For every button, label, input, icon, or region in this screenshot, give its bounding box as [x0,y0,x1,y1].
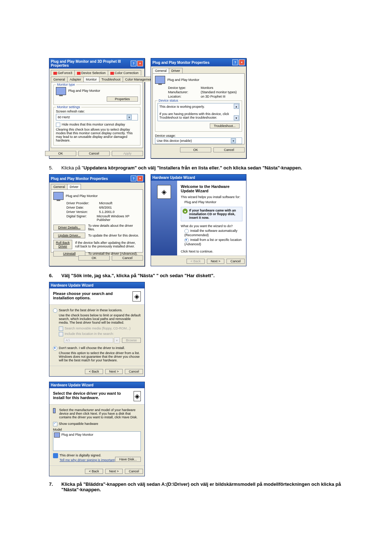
close-icon[interactable]: × [137,176,143,181]
driver-details-button[interactable]: Driver Details... [53,225,85,230]
titlebar: Plug and Play Monitor and 3D Prophet III… [49,58,144,69]
step-6-text: Välj "Sök inte, jag ska.", klicka på "Nä… [61,273,215,278]
cancel-button[interactable]: Cancel [125,469,143,474]
scroll-up-icon[interactable]: ▴ [234,104,239,109]
update-driver-button[interactable]: Update Driver... [53,233,85,238]
list-item: Plug and Play Monitor [54,432,140,438]
wizard-icon: ◈ [132,291,141,301]
titlebar: Hardware Update Wizard [151,175,246,181]
have-disk-button[interactable]: Have Disk... [115,457,141,462]
chk-location [59,332,63,336]
hide-modes-checkbox[interactable] [56,123,60,127]
rollback-driver-button[interactable]: Roll Back Driver [53,240,72,249]
monitor-icon [155,76,165,84]
refresh-label: Screen refresh rate: [56,110,138,113]
tab-device-selection[interactable]: Device Selection [74,70,108,75]
help-icon[interactable]: ? [232,59,238,65]
step-number: 5. [49,165,61,171]
wizard-welcome-title: Welcome to the Hardware Update Wizard [181,184,242,193]
radio-search[interactable] [53,308,57,313]
cancel-button[interactable]: Cancel [226,259,245,264]
tab-driver[interactable]: Driver [169,68,183,73]
tab-troubleshoot[interactable]: Troubleshoot [99,77,123,82]
step-7-text: Klicka på "Bläddra"-knappen och välj sed… [61,481,343,492]
monitor-name: Plug and Play Monitor [68,89,100,93]
step-number: 6. [49,273,61,278]
wizard-question: What do you want the wizard to do? [181,224,242,228]
cd-icon: ● [183,209,188,214]
monitor-driver-dialog: Plug and Play Monitor Properties ? × Gen… [49,174,145,266]
model-listbox[interactable]: Plug and Play Monitor [53,431,141,451]
show-compatible-checkbox[interactable]: ✓ [53,422,57,426]
wizard-helps-text: This wizard helps you install software f… [181,195,242,199]
update-driver-desc: To update the driver for this device. [88,234,139,237]
tab-driver[interactable]: Driver [67,184,81,189]
device-usage-label: Device usage: [155,134,242,138]
cd-note: ●If your hardware came with an installat… [181,207,242,221]
version-value: 5.1.2001.0 [99,210,115,214]
title-text: Hardware Update Wizard [152,176,195,180]
manufacturer-label: Manufacturer: [168,90,201,94]
driver-details-desc: To view details about the driver files. [88,224,140,231]
scroll-down-icon[interactable]: ▾ [234,115,239,120]
monitor-name: Plug and Play Monitor [66,194,98,198]
cancel-button[interactable]: Cancel [125,369,143,374]
signed-icon [53,453,58,458]
tab-monitor[interactable]: Monitor [83,77,99,82]
cancel-button[interactable]: Cancel [213,147,245,152]
help-icon[interactable]: ? [131,176,136,181]
tab-general[interactable]: General [51,77,68,82]
cancel-button[interactable]: Cancel [78,151,110,156]
monitor-icon [53,192,64,200]
opt-list: Install from a list or specific location… [184,238,242,246]
properties-button[interactable]: Properties [107,97,138,102]
signed-text: This driver is digitally signed. [60,454,101,457]
radio-dont-search[interactable] [53,346,57,350]
path-input: A:\ [64,338,113,343]
troubleshoot-button[interactable]: Troubleshoot... [210,123,240,128]
close-icon[interactable]: × [137,61,143,66]
tell-me-link[interactable]: Tell me why driver signing is important [60,458,115,462]
tab-geforce3[interactable]: GeForce3 [51,70,75,75]
chk-location-label: Include this location in the search: [65,332,114,336]
location-value: on 3D Prophet III [201,95,225,98]
ok-button[interactable]: OK [78,255,110,260]
next-button[interactable]: Next > [105,469,123,474]
signer-label: Digital Signer: [66,214,97,222]
back-button[interactable]: < Back [85,369,103,374]
radio-auto[interactable] [184,229,189,233]
device-usage-select[interactable]: Use this device (enable)▾ [155,138,242,144]
wizard-header: Select the device driver you want to ins… [53,391,134,400]
version-label: Driver Version: [66,210,99,214]
next-button[interactable]: Next > [207,259,224,264]
wizard-header: Please choose your search and installati… [53,291,132,300]
provider-value: Microsoft [99,201,113,205]
group-device-status: Device status [158,99,179,102]
back-button[interactable]: < Back [85,469,103,474]
cancel-button[interactable]: Cancel [112,255,143,260]
help-icon[interactable]: ? [131,61,136,66]
tab-color-correction[interactable]: Color Correction [108,70,141,75]
radio-list[interactable] [184,238,189,242]
back-button[interactable]: < Back [187,259,205,264]
wizard-icon: ◈ [157,185,171,199]
title-text: Plug and Play Monitor Properties [152,61,209,65]
next-button[interactable]: Next > [105,369,123,374]
close-icon[interactable]: × [239,59,245,65]
hide-modes-desc: Clearing this check box allows you to se… [56,128,138,142]
refresh-rate-select[interactable]: 60 Hertz▾ [56,114,138,120]
step-6: 6. Välj "Sök inte, jag ska.", klicka på … [49,273,343,278]
ok-button[interactable]: OK [45,151,76,156]
tab-adapter[interactable]: Adapter [67,77,84,82]
provider-label: Driver Provider: [66,201,99,205]
device-type-value: Monitors [201,86,213,90]
tab-general[interactable]: General [152,68,169,73]
hardware-update-wizard-select: Hardware Update Wizard Select the device… [49,382,145,476]
model-label: Model [53,428,141,431]
apply-button[interactable]: Apply [112,151,143,156]
title-text: Plug and Play Monitor and 3D Prophet III… [51,59,131,67]
location-label: Location: [168,95,201,98]
ok-button[interactable]: OK [180,147,211,152]
tab-general[interactable]: General [51,184,68,189]
step-7: 7. Klicka på "Bläddra"-knappen och välj … [49,481,343,492]
